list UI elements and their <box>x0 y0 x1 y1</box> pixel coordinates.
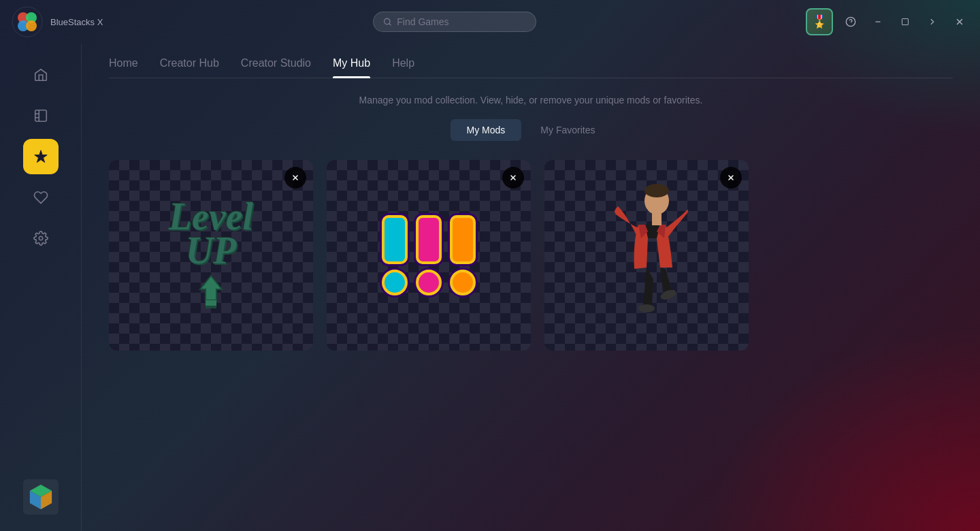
tab-home[interactable]: Home <box>109 57 138 78</box>
sidebar-item-home[interactable] <box>23 57 59 93</box>
arrow-up-icon <box>192 273 230 311</box>
help-icon <box>845 16 856 27</box>
nav-tabs: Home Creator Hub Creator Studio My Hub H… <box>109 57 953 78</box>
svg-marker-20 <box>200 276 222 300</box>
dancer-figure <box>592 180 701 330</box>
main-content: Home Creator Hub Creator Studio My Hub H… <box>82 44 980 531</box>
search-input[interactable] <box>397 16 525 27</box>
close-button[interactable] <box>950 12 969 31</box>
maximize-button[interactable] <box>896 12 915 31</box>
avatar[interactable]: 🎖️ <box>806 8 833 35</box>
search-bar[interactable] <box>373 12 536 32</box>
toggle-group: My Mods My Favorites <box>109 119 953 141</box>
topbar-right: 🎖️ <box>806 8 969 35</box>
bluestacks-bottom-logo <box>23 479 59 515</box>
dancer-content <box>544 160 749 351</box>
tab-help[interactable]: Help <box>392 57 414 78</box>
svg-rect-21 <box>206 300 216 306</box>
help-button[interactable] <box>841 12 860 31</box>
svg-rect-13 <box>35 110 46 122</box>
svg-point-4 <box>26 20 37 31</box>
tab-creator-studio[interactable]: Creator Studio <box>241 57 311 78</box>
remove-mod3-button[interactable] <box>720 167 742 189</box>
remove-mod2-button[interactable] <box>502 167 524 189</box>
close-icon <box>291 174 299 182</box>
heart-icon <box>33 190 48 205</box>
close-icon <box>955 17 964 27</box>
topbar: BlueStacks X 🎖️ <box>0 0 980 44</box>
mod-card-2[interactable] <box>327 160 531 351</box>
sidebar-item-settings[interactable] <box>23 221 59 256</box>
bluestacks-logo <box>11 5 44 38</box>
minimize-icon <box>874 18 882 26</box>
sidebar-item-mods[interactable] <box>23 139 59 174</box>
my-mods-toggle[interactable]: My Mods <box>451 119 522 141</box>
svg-rect-10 <box>902 19 908 25</box>
exclaim-orange-group <box>450 215 476 295</box>
mod-card-3[interactable] <box>544 160 749 351</box>
my-favorites-toggle[interactable]: My Favorites <box>524 119 611 141</box>
maximize-icon <box>901 18 909 26</box>
library-icon <box>33 108 48 123</box>
mods-grid: LevelUP <box>109 160 953 351</box>
svg-rect-31 <box>652 213 662 225</box>
exclamations-content <box>382 215 476 295</box>
exclaim-cyan-group <box>382 215 408 295</box>
home-icon <box>33 67 48 82</box>
mod-card-1[interactable]: LevelUP <box>109 160 313 351</box>
close-icon <box>509 174 517 182</box>
sidebar <box>0 44 82 531</box>
svg-rect-22 <box>206 306 216 308</box>
tab-creator-hub[interactable]: Creator Hub <box>160 57 219 78</box>
search-icon <box>383 17 392 27</box>
tab-my-hub[interactable]: My Hub <box>333 57 370 78</box>
remove-mod1-button[interactable] <box>284 167 306 189</box>
sidebar-item-favorites[interactable] <box>23 180 59 215</box>
forward-button[interactable] <box>923 12 942 31</box>
sidebar-bottom <box>23 479 59 517</box>
svg-point-14 <box>39 236 43 240</box>
subtitle: Manage you mod collection. View, hide, o… <box>109 95 953 106</box>
svg-point-29 <box>638 304 655 312</box>
level-up-content: LevelUP <box>169 199 253 312</box>
star-icon <box>33 149 48 164</box>
sidebar-item-library[interactable] <box>23 98 59 133</box>
forward-icon <box>928 17 937 27</box>
close-icon <box>727 174 735 182</box>
minimize-button[interactable] <box>868 12 887 31</box>
svg-point-28 <box>644 184 669 197</box>
logo-area: BlueStacks X <box>11 5 103 38</box>
svg-line-6 <box>389 23 390 25</box>
logo-text: BlueStacks X <box>50 17 103 27</box>
level-up-text: LevelUP <box>169 199 253 268</box>
svg-point-0 <box>12 7 42 37</box>
settings-icon <box>33 231 48 246</box>
exclaim-pink-group <box>416 215 442 295</box>
